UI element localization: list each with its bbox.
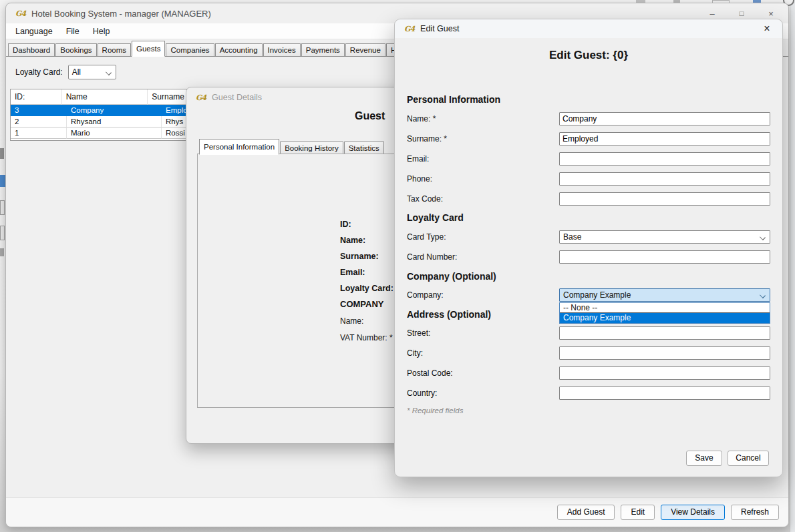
field-label-surname: Surname: — [340, 252, 393, 268]
city-label: City: — [407, 346, 423, 360]
tab-rooms[interactable]: Rooms — [98, 43, 131, 56]
loyalty-card-heading: Loyalty Card — [407, 212, 464, 223]
column-header-surname[interactable]: Surname — [148, 89, 188, 105]
view-details-button[interactable]: View Details — [661, 505, 725, 520]
name-label: Name: * — [407, 112, 436, 125]
guest-details-fields: ID: Name: Surname: Email: Loyalty Card: … — [340, 220, 393, 350]
edit-guest-title-bar: G4 Edit Guest × — [395, 19, 782, 38]
dropdown-option-company-example[interactable]: Company Example — [560, 313, 770, 323]
cell-surname: Employed — [162, 105, 188, 116]
company-value: Company Example — [563, 290, 631, 300]
country-field[interactable] — [559, 386, 770, 400]
field-label-loyalty-card: Loyalty Card: — [340, 284, 393, 300]
tab-dashboard[interactable]: Dashboard — [8, 43, 55, 56]
card-type-label: Card Type: — [407, 230, 446, 244]
cell-surname: Rhys — [162, 116, 188, 127]
field-label-name: Name: — [340, 236, 393, 252]
country-label: Country: — [407, 386, 437, 400]
refresh-button[interactable]: Refresh — [731, 505, 779, 520]
surname-field[interactable] — [559, 132, 770, 146]
cell-name: Mario — [67, 127, 162, 139]
add-guest-button[interactable]: Add Guest — [557, 505, 615, 520]
main-window-title: Hotel Booking System - manager (MANAGER) — [31, 9, 211, 19]
loyalty-filter-label: Loyalty Card: — [15, 67, 63, 77]
table-body: 3 Company Employed 2 Rhysand Rhys 1 Mari… — [11, 105, 188, 139]
guests-table: ID: Name Surname 3 Company Employed 2 Rh… — [10, 89, 189, 141]
email-label: Email: — [407, 152, 429, 166]
field-label-email: Email: — [340, 268, 393, 284]
tab-revenue[interactable]: Revenue — [345, 43, 385, 56]
company-section-heading: COMPANY — [340, 300, 393, 316]
personal-information-heading: Personal Information — [407, 94, 500, 105]
field-label-id: ID: — [340, 220, 393, 236]
company-label: Company: — [407, 288, 444, 302]
tab-companies[interactable]: Companies — [166, 43, 214, 56]
address-optional-heading: Address (Optional) — [407, 309, 491, 320]
name-field[interactable] — [559, 112, 770, 125]
street-label: Street: — [407, 326, 430, 340]
company-dropdown[interactable]: Company Example — [559, 288, 770, 302]
tax-code-label: Tax Code: — [407, 192, 443, 206]
tab-guests[interactable]: Guests — [132, 41, 165, 57]
edit-guest-title: Edit Guest — [420, 24, 459, 33]
background-fragment — [0, 175, 5, 187]
company-optional-heading: Company (Optional) — [407, 271, 496, 282]
app-logo-icon: G4 — [196, 93, 206, 102]
menu-file[interactable]: File — [59, 23, 86, 39]
dropdown-option-none[interactable]: -- None -- — [560, 303, 770, 313]
cancel-button[interactable]: Cancel — [728, 451, 769, 466]
tab-bookings[interactable]: Bookings — [55, 43, 96, 56]
background-fragment — [0, 248, 4, 256]
close-icon[interactable]: × — [757, 21, 777, 37]
city-field[interactable] — [559, 346, 770, 360]
app-logo-icon: G4 — [404, 25, 414, 33]
tab-personal-information[interactable]: Personal Information — [199, 139, 279, 155]
cell-name: Company — [67, 105, 162, 116]
email-field[interactable] — [559, 152, 770, 166]
column-header-name[interactable]: Name — [62, 89, 148, 105]
chevron-down-icon — [760, 234, 766, 240]
postal-code-field[interactable] — [559, 366, 770, 380]
field-label-vat-number: VAT Number: * — [340, 333, 393, 350]
table-row[interactable]: 2 Rhysand Rhys — [11, 116, 188, 127]
save-button[interactable]: Save — [686, 451, 722, 466]
surname-label: Surname: * — [407, 132, 447, 146]
background-fragment — [0, 200, 5, 215]
menu-language[interactable]: Language — [9, 23, 59, 39]
loyalty-filter-value: All — [72, 67, 81, 77]
tab-accounting[interactable]: Accounting — [215, 43, 263, 56]
required-fields-note: * Required fields — [407, 407, 463, 415]
action-bar: Add Guest Edit View Details Refresh — [6, 497, 788, 527]
chevron-down-icon — [106, 69, 112, 75]
guest-details-heading: Guest — [355, 110, 385, 122]
table-row[interactable]: 1 Mario Rossi — [11, 127, 188, 139]
background-fragment — [0, 148, 4, 159]
table-row[interactable]: 3 Company Employed — [11, 105, 188, 116]
tab-statistics[interactable]: Statistics — [344, 142, 384, 154]
field-label-company-name: Name: — [340, 316, 393, 333]
dialog-buttons: Save Cancel — [686, 451, 769, 466]
tax-code-field[interactable] — [559, 192, 770, 206]
card-number-field[interactable] — [559, 250, 770, 264]
app-logo-icon: G4 — [15, 9, 25, 18]
loyalty-filter-dropdown[interactable]: All — [68, 65, 116, 79]
edit-guest-dialog: G4 Edit Guest × Edit Guest: {0} Personal… — [394, 19, 783, 477]
tab-booking-history[interactable]: Booking History — [280, 142, 343, 154]
cell-id: 1 — [11, 127, 67, 139]
cell-name: Rhysand — [67, 116, 162, 127]
loyalty-filter-row: Loyalty Card: All — [15, 65, 116, 79]
guest-details-title: Guest Details — [212, 93, 262, 102]
company-dropdown-list: -- None -- Company Example — [559, 302, 770, 324]
phone-label: Phone: — [407, 172, 432, 186]
card-type-dropdown[interactable]: Base — [559, 230, 770, 244]
chevron-down-icon — [760, 292, 766, 298]
edit-button[interactable]: Edit — [621, 505, 655, 520]
street-field[interactable] — [559, 326, 770, 340]
tab-invoices[interactable]: Invoices — [263, 43, 301, 56]
tab-payments[interactable]: Payments — [301, 43, 345, 56]
cell-id: 2 — [11, 116, 67, 127]
column-header-id[interactable]: ID: — [11, 89, 62, 105]
cell-surname: Rossi — [162, 127, 188, 139]
phone-field[interactable] — [559, 172, 770, 186]
menu-help[interactable]: Help — [86, 23, 117, 39]
